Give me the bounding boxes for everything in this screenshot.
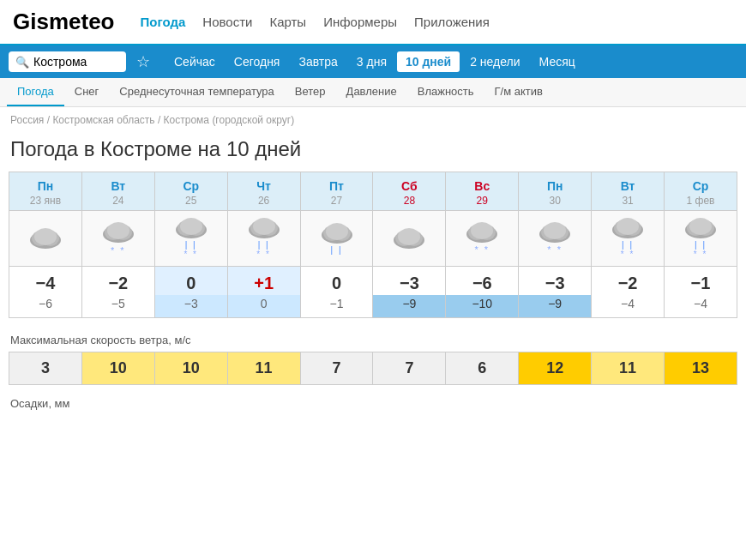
wind-cell-2: 10 — [154, 352, 227, 385]
day-cell-2: Ср 25 — [154, 172, 227, 211]
day-cell-4: Пт 27 — [300, 172, 373, 211]
temp-high-7: −3 — [519, 267, 592, 296]
svg-point-11 — [180, 218, 202, 235]
svg-point-15 — [253, 218, 275, 235]
subnav-gm[interactable]: Г/м актив — [484, 78, 553, 106]
subnav-pogoda[interactable]: Погода — [7, 78, 64, 106]
subnav-davlenie[interactable]: Давление — [336, 78, 407, 106]
weather-icon-9: | | * * — [668, 218, 733, 259]
search-icon: 🔍 — [15, 56, 29, 69]
temp-high-4: 0 — [300, 267, 373, 296]
nav-pogoda[interactable]: Погода — [141, 15, 186, 29]
weather-icon-5 — [376, 226, 442, 250]
breadcrumb-region[interactable]: Костромская область — [52, 114, 154, 126]
sub-nav: Погода Снег Среднесуточная температура В… — [0, 78, 746, 107]
svg-point-35 — [617, 218, 639, 235]
temp-low-1: −5 — [81, 295, 154, 318]
svg-point-3 — [34, 228, 57, 245]
temp-low-6: −10 — [446, 295, 519, 318]
tab-2weeks[interactable]: 2 недели — [461, 51, 528, 72]
search-bar: 🔍 ☆ Сейчас Сегодня Завтра 3 дня 10 дней … — [0, 45, 746, 78]
temp-high-8: −2 — [592, 267, 665, 296]
day-cell-5: Сб 28 — [373, 172, 446, 211]
temp-low-row: −6 −5 −3 0 −1 −9 −10 −9 −4 −4 — [9, 295, 737, 318]
icon-cell-3: | | * * — [227, 211, 300, 267]
weather-icon-4: | | — [304, 223, 370, 255]
wind-cell-0: 3 — [9, 352, 82, 385]
temp-low-7: −9 — [519, 295, 592, 318]
wind-cell-4: 7 — [300, 352, 373, 385]
icon-cell-0 — [9, 211, 82, 267]
favorite-button[interactable]: ☆ — [133, 52, 153, 71]
header: Gismeteo Погода Новости Карты Информеры … — [0, 0, 746, 45]
weather-icon-3: | | * * — [232, 218, 297, 259]
icon-cell-2: | | * * — [154, 211, 227, 267]
icon-cell-4: | | — [300, 211, 373, 267]
subnav-temp[interactable]: Среднесуточная температура — [109, 78, 284, 106]
weather-table: Пн 23 янв Вт 24 Ср 25 Чт 26 Пт 27 Сб 28 — [9, 172, 737, 318]
nav-novosti[interactable]: Новости — [202, 15, 252, 29]
icon-cell-8: | | * * — [592, 211, 665, 267]
wind-cell-6: 6 — [446, 352, 519, 385]
day-cell-9: Ср 1 фев — [665, 172, 737, 211]
weather-icon-2: | | * * — [159, 218, 224, 259]
nav-prilozhenia[interactable]: Приложения — [414, 15, 490, 29]
tab-10days[interactable]: 10 дней — [397, 51, 460, 72]
wind-cell-9: 13 — [665, 352, 737, 385]
weather-icon-8: | | * * — [595, 218, 660, 259]
page-title: Погода в Костроме на 10 дней — [0, 133, 746, 172]
day-header-row: Пн 23 янв Вт 24 Ср 25 Чт 26 Пт 27 Сб 28 — [9, 172, 737, 211]
icon-row: * * | | * * | | * * — [9, 211, 737, 267]
weather-container: Пн 23 янв Вт 24 Ср 25 Чт 26 Пт 27 Сб 28 — [0, 172, 746, 327]
tab-3days[interactable]: 3 дня — [348, 51, 395, 72]
wind-cell-3: 11 — [227, 352, 300, 385]
temp-high-0: −4 — [9, 267, 82, 296]
wind-cell-1: 10 — [81, 352, 154, 385]
tab-segodnya[interactable]: Сегодня — [226, 51, 289, 72]
svg-point-23 — [398, 228, 420, 245]
svg-point-31 — [544, 222, 566, 239]
day-cell-1: Вт 24 — [81, 172, 154, 211]
breadcrumb-city[interactable]: Кострома (городской округ) — [164, 114, 295, 126]
day-cell-7: Пн 30 — [519, 172, 592, 211]
icon-cell-9: | | * * — [665, 211, 737, 267]
weather-icon-0 — [13, 226, 78, 250]
time-tabs: Сейчас Сегодня Завтра 3 дня 10 дней 2 не… — [165, 51, 584, 72]
temp-high-6: −6 — [446, 267, 519, 296]
subnav-sneg[interactable]: Снег — [64, 78, 110, 106]
icon-cell-6: * * — [446, 211, 519, 267]
wind-section-label: Максимальная скорость ветра, м/с — [0, 327, 746, 352]
svg-point-19 — [326, 223, 348, 240]
wind-cell-8: 11 — [592, 352, 665, 385]
logo: Gismeteo — [13, 9, 115, 35]
temp-low-2: −3 — [154, 295, 227, 318]
subnav-vlajnost[interactable]: Влажность — [407, 78, 484, 106]
tab-month[interactable]: Месяц — [531, 51, 584, 72]
temp-high-1: −2 — [81, 267, 154, 296]
wind-cell-5: 7 — [373, 352, 446, 385]
temp-high-2: 0 — [154, 267, 227, 296]
temp-low-0: −6 — [9, 295, 82, 318]
svg-point-39 — [689, 218, 712, 235]
day-cell-8: Вт 31 — [592, 172, 665, 211]
tab-zavtra[interactable]: Завтра — [290, 51, 346, 72]
weather-icon-1: * * — [86, 221, 151, 256]
weather-icon-7: * * — [522, 222, 587, 255]
icon-cell-5 — [373, 211, 446, 267]
nav-karty[interactable]: Карты — [269, 15, 306, 29]
day-cell-0: Пн 23 янв — [9, 172, 82, 211]
wind-row: 3 10 10 11 7 7 6 12 11 13 — [9, 352, 737, 385]
wind-container: 3 10 10 11 7 7 6 12 11 13 — [0, 352, 746, 390]
search-input[interactable] — [33, 55, 119, 69]
temp-low-4: −1 — [300, 295, 373, 318]
temp-high-row: −4 −2 0 +1 0 −3 −6 −3 −2 −1 — [9, 267, 737, 296]
wind-cell-7: 12 — [519, 352, 592, 385]
breadcrumb-russia[interactable]: Россия — [10, 114, 44, 126]
subnav-veter[interactable]: Ветер — [285, 78, 336, 106]
precip-label: Осадки, мм — [0, 390, 746, 413]
tab-seychas[interactable]: Сейчас — [165, 51, 224, 72]
temp-high-5: −3 — [373, 267, 446, 296]
temp-high-9: −1 — [665, 267, 737, 296]
nav-informery[interactable]: Информеры — [323, 15, 397, 29]
main-nav: Погода Новости Карты Информеры Приложени… — [141, 15, 490, 29]
